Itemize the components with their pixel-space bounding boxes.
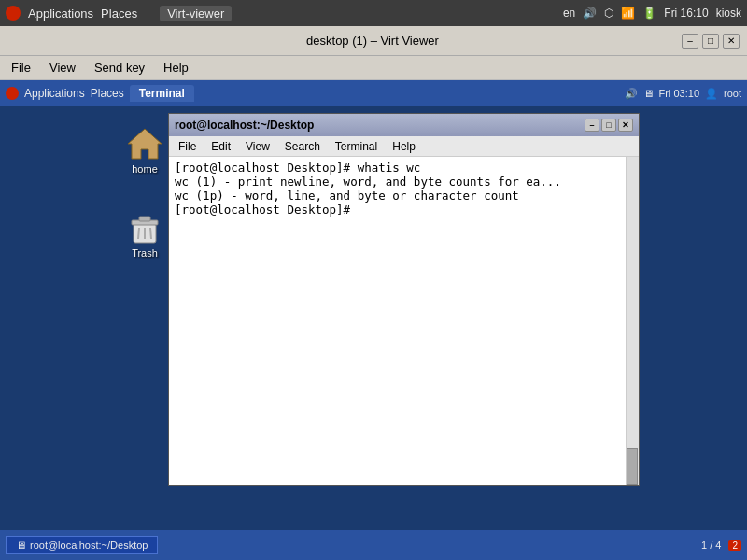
term-menu-file[interactable]: File	[173, 139, 202, 154]
applications-menu[interactable]: Applications	[28, 7, 93, 21]
term-body: [root@localhost Desktop]# whatis wc wc (…	[169, 157, 626, 220]
host-user: kiosk	[716, 7, 741, 20]
svg-marker-0	[128, 129, 162, 159]
places-menu[interactable]: Places	[101, 7, 137, 21]
fedora-logo-icon	[6, 6, 21, 21]
term-body-container: [root@localhost Desktop]# whatis wc wc (…	[169, 157, 639, 485]
vv-menubar: File View Send key Help	[0, 56, 747, 80]
term-close-button[interactable]: ✕	[618, 119, 633, 132]
term-menu-help[interactable]: Help	[387, 139, 421, 154]
term-line-1: [root@localhost Desktop]# whatis wc	[175, 161, 620, 175]
term-menu-view[interactable]: View	[240, 139, 275, 154]
term-output[interactable]: [root@localhost Desktop]# whatis wc wc (…	[169, 157, 626, 485]
vv-menu-file[interactable]: File	[4, 59, 38, 77]
term-title: root@localhost:~/Desktop	[175, 119, 314, 132]
term-menu-edit[interactable]: Edit	[205, 139, 236, 154]
vv-menu-sendkey[interactable]: Send key	[87, 59, 152, 77]
vv-maximize-button[interactable]: □	[702, 34, 719, 49]
guest-taskbar-term-icon: 🖥	[16, 539, 26, 551]
host-topbar: Applications Places Virt-viewer en 🔊 ⬡ 📶…	[0, 0, 747, 26]
volume-icon: 🔊	[583, 7, 597, 20]
guest-clock: Fri 03:10	[659, 88, 699, 99]
svg-line-6	[150, 228, 151, 239]
term-line-2: wc (1) - print newline, word, and byte c…	[175, 175, 620, 189]
term-line-3: wc (1p) - word, line, and byte or charac…	[175, 189, 620, 203]
term-maximize-button[interactable]: □	[601, 119, 616, 132]
term-minimize-button[interactable]: –	[585, 119, 599, 132]
guest-applications-menu[interactable]: Applications	[24, 87, 85, 100]
home-icon-label: home	[132, 163, 158, 175]
term-scroll-thumb[interactable]	[627, 448, 638, 485]
host-topbar-left: Applications Places Virt-viewer	[6, 6, 232, 21]
vv-close-button[interactable]: ✕	[723, 34, 740, 49]
guest-page-indicator: 1 / 4	[701, 539, 721, 551]
vv-window-buttons[interactable]: – □ ✕	[682, 34, 740, 49]
guest-terminal-tab[interactable]: Terminal	[130, 85, 194, 102]
trash-icon-label: Trash	[132, 247, 158, 259]
guest-topbar-right: 🔊 🖥 Fri 03:10 👤 root	[625, 88, 741, 100]
lang-indicator: en	[563, 7, 575, 20]
guest-volume-icon: 🔊	[625, 88, 638, 100]
term-menu-search[interactable]: Search	[279, 139, 326, 154]
vv-minimize-button[interactable]: –	[682, 34, 698, 49]
guest-places-menu[interactable]: Places	[91, 87, 124, 100]
term-menubar: File Edit View Search Terminal Help	[169, 136, 639, 157]
term-line-4: [root@localhost Desktop]#	[175, 203, 620, 217]
virtviewer-label: Virt-viewer	[160, 6, 232, 21]
guest-fedora-icon	[6, 87, 19, 100]
vv-menu-view[interactable]: View	[42, 59, 83, 77]
svg-rect-3	[139, 217, 150, 221]
term-window-buttons[interactable]: – □ ✕	[585, 119, 633, 132]
guest-network-icon: 🖥	[643, 88, 654, 99]
term-menu-terminal[interactable]: Terminal	[330, 139, 383, 154]
guest-user-label: root	[724, 88, 741, 99]
svg-line-4	[138, 228, 139, 239]
vv-titlebar: desktop (1) – Virt Viewer – □ ✕	[0, 26, 747, 56]
guest-taskbar-right: 1 / 4 2	[701, 539, 741, 551]
guest-area: Applications Places Terminal 🔊 🖥 Fri 03:…	[0, 80, 747, 560]
guest-topbar-left: Applications Places Terminal	[6, 85, 194, 102]
terminal-window: root@localhost:~/Desktop – □ ✕ File Edit…	[168, 113, 640, 486]
host-topbar-right: en 🔊 ⬡ 📶 🔋 Fri 16:10 kiosk	[563, 7, 741, 20]
term-titlebar: root@localhost:~/Desktop – □ ✕	[169, 114, 639, 136]
guest-topbar: Applications Places Terminal 🔊 🖥 Fri 03:…	[0, 80, 747, 106]
battery-icon: 🔋	[642, 7, 656, 20]
vv-menu-help[interactable]: Help	[156, 59, 196, 77]
term-scrollbar[interactable]	[626, 157, 639, 485]
guest-page-badge: 2	[728, 540, 741, 551]
guest-taskbar: 🖥 root@localhost:~/Desktop 1 / 4 2	[0, 530, 747, 560]
guest-user-icon: 👤	[705, 88, 718, 100]
guest-taskbar-term-label: root@localhost:~/Desktop	[30, 539, 148, 551]
term-scroll-track[interactable]	[627, 157, 639, 485]
bluetooth-icon: ⬡	[604, 7, 613, 20]
vv-window-title: desktop (1) – Virt Viewer	[63, 34, 682, 48]
wifi-icon: 📶	[621, 7, 635, 20]
clock: Fri 16:10	[664, 7, 708, 20]
guest-taskbar-item-terminal[interactable]: 🖥 root@localhost:~/Desktop	[6, 536, 158, 554]
